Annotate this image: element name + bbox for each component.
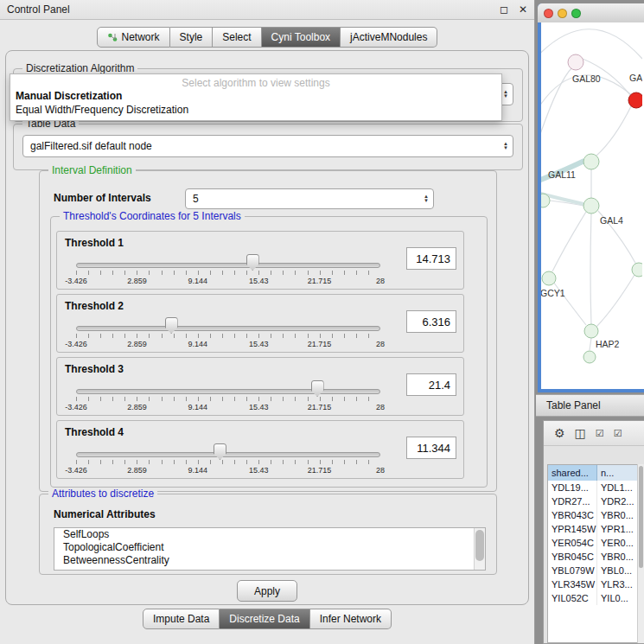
network-edge[interactable] (590, 214, 591, 324)
list-item[interactable]: SelfLoops (54, 528, 485, 541)
column-header-shared-name[interactable]: shared... (548, 465, 597, 481)
minimize-traffic-light[interactable] (558, 9, 567, 18)
network-node[interactable] (542, 271, 556, 285)
network-node[interactable] (583, 198, 599, 214)
zoom-traffic-light[interactable] (571, 9, 581, 18)
table-row[interactable]: YPR145WYPR1... (548, 522, 637, 536)
table-row[interactable]: YDL19...YDL1... (548, 481, 637, 494)
threshold-4-value-field[interactable]: 11.344 (406, 437, 456, 459)
tab-discretize-data[interactable]: Discretize Data (220, 609, 309, 629)
tab-impute-data[interactable]: Impute Data (143, 609, 220, 629)
tick-label: 15.43 (249, 403, 269, 411)
table-scrollbar[interactable] (637, 464, 644, 643)
cell-name[interactable]: YPR1... (597, 522, 637, 536)
discretization-algorithm-group-label: Discretization Algorithm (22, 62, 137, 74)
table-row[interactable]: YDR27...YDR2... (548, 494, 637, 508)
slider-thumb[interactable] (246, 254, 259, 271)
table-row[interactable]: YER054CYER0... (548, 536, 637, 550)
table-row[interactable]: YBL079WYBL0... (548, 564, 637, 577)
slider-thumb[interactable] (311, 380, 324, 397)
network-edge[interactable] (596, 275, 634, 327)
table-row[interactable]: YLR345WYLR3... (548, 577, 637, 591)
network-node[interactable] (568, 54, 583, 70)
tick-label: 28 (376, 277, 385, 285)
slider-track[interactable] (76, 263, 380, 268)
table-row[interactable]: YBR045CYBR0... (548, 550, 637, 564)
list-item[interactable]: TopologicalCoefficient (54, 541, 485, 554)
column-header-name[interactable]: n... (597, 465, 637, 481)
select-none-icon[interactable]: ☑ (614, 428, 622, 439)
thresholds-group-label: Threshold's Coordinates for 5 Intervals (60, 210, 245, 222)
tab-select[interactable]: Select (213, 27, 261, 48)
slider-track[interactable] (76, 326, 380, 331)
network-edge[interactable] (590, 338, 591, 350)
number-of-intervals-combo[interactable]: 5 ▲ ▼ (185, 188, 434, 209)
threshold-2-slider[interactable]: -3.4262.8599.14415.4321.71528 (76, 319, 380, 350)
cell-name[interactable]: YBR0... (597, 508, 637, 522)
tab-network[interactable]: Network (97, 27, 170, 48)
gear-icon[interactable]: ⚙ (554, 426, 565, 440)
tick-label: 2.859 (127, 340, 147, 348)
cell-name[interactable]: YER0... (597, 536, 637, 550)
threshold-3-slider[interactable]: -3.4262.8599.14415.4321.71528 (76, 382, 380, 413)
threshold-1-value-field[interactable]: 14.713 (406, 247, 456, 270)
table-row[interactable]: YIL052CYIL0... (548, 591, 637, 605)
tab-jactivemodules[interactable]: jActiveMNodules (341, 27, 437, 48)
table-scrollbar-thumb[interactable] (639, 466, 643, 568)
cell-name[interactable]: YBL0... (597, 564, 637, 577)
cell-shared-name[interactable]: YLR345W (548, 577, 597, 591)
close-traffic-light[interactable] (544, 9, 553, 18)
close-window-icon[interactable]: ✕ (519, 3, 527, 16)
network-node[interactable] (632, 263, 642, 277)
apply-button[interactable]: Apply (237, 580, 297, 602)
float-window-icon[interactable]: ◻ (500, 3, 508, 16)
threshold-1-slider[interactable]: -3.4262.8599.14415.4321.71528 (76, 256, 380, 287)
list-item[interactable]: BetweennessCentrality (54, 554, 485, 567)
network-node[interactable] (583, 154, 599, 169)
tab-infer-network[interactable]: Infer Network (310, 609, 392, 629)
tab-cyni-toolbox[interactable]: Cyni Toolbox (262, 27, 341, 48)
tick-label: 15.43 (249, 466, 269, 475)
cell-name[interactable]: YDL1... (597, 481, 637, 494)
network-edge[interactable] (596, 106, 631, 156)
table-panel-header[interactable]: Table Panel (536, 394, 644, 417)
table-row[interactable]: YBR043CYBR0... (548, 508, 637, 522)
slider-thumb[interactable] (165, 317, 178, 334)
cell-shared-name[interactable]: YBR043C (548, 508, 597, 522)
slider-track[interactable] (76, 389, 380, 394)
threshold-3-value-field[interactable]: 21.4 (406, 373, 456, 396)
select-all-icon[interactable]: ☑ (596, 428, 604, 439)
network-node-label: GCY1 (541, 288, 565, 298)
cell-name[interactable]: YIL0... (597, 591, 637, 605)
slider-track[interactable] (76, 452, 380, 457)
threshold-2-panel: Threshold 2 -3.4262.8599.14415.4321.7152… (56, 294, 464, 353)
cell-name[interactable]: YDR2... (597, 494, 637, 508)
cell-name[interactable]: YLR3... (597, 577, 637, 591)
network-canvas[interactable]: GAL80GAGAL11GAL4GCY1HAP2 (541, 22, 644, 389)
table-data-combo[interactable]: galFiltered.sif default node ▲ ▼ (22, 135, 513, 157)
network-node[interactable] (584, 324, 598, 338)
cell-shared-name[interactable]: YBR045C (548, 550, 597, 564)
slider-thumb[interactable] (214, 443, 226, 460)
cell-shared-name[interactable]: YDL19... (548, 481, 597, 494)
list-scrollbar-thumb[interactable] (475, 530, 484, 561)
cell-shared-name[interactable]: YPR145W (548, 522, 597, 536)
cell-shared-name[interactable]: YBL079W (548, 564, 597, 577)
columns-icon[interactable]: ◫ (575, 426, 586, 440)
list-scrollbar[interactable] (474, 528, 485, 570)
dropdown-option-equal-width-frequency[interactable]: Equal Width/Frequency Discretization (10, 103, 501, 117)
network-edge[interactable] (552, 212, 586, 271)
cell-shared-name[interactable]: YDR27... (548, 494, 597, 508)
dropdown-option-manual-discretization[interactable]: Manual Discretization (10, 89, 501, 103)
threshold-2-label: Threshold 2 (65, 300, 124, 312)
network-node[interactable] (583, 351, 596, 363)
threshold-4-slider[interactable]: -3.4262.8599.14415.4321.71528 (76, 445, 380, 476)
slider-tick-labels: -3.4262.8599.14415.4321.71528 (76, 277, 380, 286)
threshold-2-value-field[interactable]: 6.316 (406, 310, 456, 333)
network-node[interactable] (628, 92, 642, 108)
cell-shared-name[interactable]: YER054C (548, 536, 597, 550)
network-edge[interactable] (541, 29, 642, 61)
tab-style[interactable]: Style (170, 27, 214, 48)
cell-name[interactable]: YBR0... (597, 550, 637, 564)
cell-shared-name[interactable]: YIL052C (548, 591, 597, 605)
